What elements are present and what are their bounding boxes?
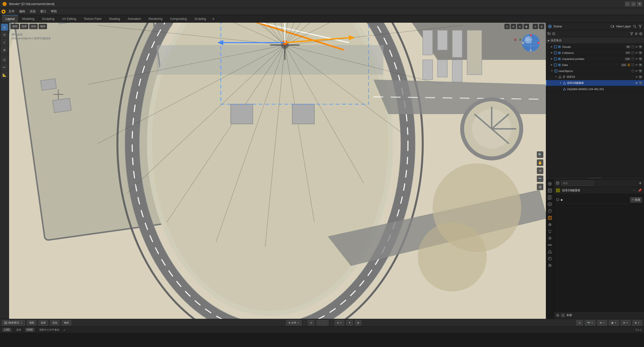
viewport-display-btn[interactable]: ⊛ ▼	[621, 320, 630, 326]
prop-expand-button[interactable]: ↔	[633, 189, 635, 192]
tab-layout[interactable]: Layout	[2, 15, 18, 22]
menu-file[interactable]: 文件	[7, 9, 17, 14]
close-button[interactable]: ✕	[637, 2, 642, 7]
menu-help[interactable]: 帮助	[49, 9, 59, 14]
mode-selector[interactable]: 物体模式 ▼	[2, 320, 25, 326]
tree-data-checkbox[interactable]: ✓	[631, 63, 634, 66]
tab-shading[interactable]: Shading	[105, 15, 124, 22]
prop-object-data-btn[interactable]	[547, 249, 553, 255]
viewport[interactable]: 视图 选择 添加 物体 ⊡ ⊛ ◎ ◉	[9, 23, 546, 319]
tree-col-render[interactable]: 📷	[639, 51, 642, 54]
menu-edit[interactable]: 编辑	[17, 9, 27, 14]
navigation-gizmo[interactable]	[521, 33, 541, 53]
maximize-button[interactable]: □	[631, 2, 636, 7]
tab-rendering[interactable]: Rendering	[145, 15, 166, 22]
viewport-camera[interactable]: 📷	[537, 176, 543, 182]
tree-unp-render[interactable]: 📷	[639, 57, 642, 60]
tree-data-render[interactable]: 📷	[639, 63, 642, 66]
tree-unp-eye[interactable]: 👁	[635, 57, 638, 60]
tree-data-eye[interactable]: 👁	[635, 63, 638, 66]
pivot-selector[interactable]: ⊡ ▼	[335, 320, 344, 326]
tree-item-dongche03-body[interactable]: ▼ 动车03碰撞体 👁 📷	[546, 80, 644, 86]
tree-unp-checkbox[interactable]: ✓	[631, 57, 634, 60]
viewport-shading-btn[interactable]: ◉ ▼	[609, 320, 619, 326]
sidebar-item-measure[interactable]: 📐	[1, 71, 8, 78]
tree-item-data[interactable]: ▶ Data 114 2 ✓ 👁 📷	[546, 62, 644, 68]
tree-item-unpacked[interactable]: ▶ Unpacked prefabs 276 ✓ 👁 📷	[546, 56, 644, 62]
tab-texture-paint[interactable]: Texture Paint	[80, 15, 105, 22]
menu-render[interactable]: 渲染	[28, 9, 38, 14]
proportional-toggle[interactable]: ⊙	[308, 320, 314, 326]
viewport-pan[interactable]: ✋	[537, 159, 543, 166]
prop-material-btn[interactable]	[547, 255, 553, 262]
tree-col-eye[interactable]: 👁	[635, 51, 638, 54]
properties-search-input[interactable]	[561, 181, 594, 186]
tree-vis-checkbox[interactable]: ✓	[631, 45, 634, 48]
tab-compositing[interactable]: Compositing	[167, 15, 191, 22]
snap-toggle[interactable]: ⊕ 全局 ▼	[286, 320, 301, 326]
minimize-button[interactable]: ─	[625, 2, 630, 7]
tree-new-eye[interactable]: 👁	[635, 70, 638, 73]
prop-world-btn[interactable]	[547, 208, 553, 214]
viewport-extra-btn[interactable]: ⊗ ▼	[632, 320, 642, 326]
prop-modifier-btn[interactable]	[547, 221, 553, 228]
tree-dcb-eye[interactable]: 👁	[635, 82, 638, 85]
proportional-options[interactable]: ⋮⋮⋮	[316, 320, 328, 326]
viewport-object-menu[interactable]: 物体	[62, 320, 71, 326]
viewport-shading-material[interactable]: ◎	[517, 24, 523, 29]
viewport-select-menu[interactable]: 选择	[39, 320, 48, 326]
prop-shader-btn[interactable]	[547, 262, 553, 269]
viewport-menu-add[interactable]: 添加	[29, 24, 38, 29]
tab-modeling[interactable]: Modeling	[19, 15, 38, 22]
sidebar-item-transform[interactable]: ⊕	[1, 46, 8, 53]
outliner-render-icon[interactable]	[639, 32, 642, 36]
viewport-overlay-toggle[interactable]: ⊙	[533, 24, 538, 29]
search-icon[interactable]	[633, 25, 636, 28]
prop-view-layer-btn[interactable]	[547, 194, 553, 201]
tree-item-obj3d66[interactable]: Obj3d66-660952-244-461.001	[546, 86, 644, 92]
viewport-shading-solid[interactable]: ⊛	[511, 24, 516, 29]
viewport-add-menu[interactable]: 添加	[50, 320, 60, 326]
viewport-orbit[interactable]: ↺	[537, 167, 543, 174]
tree-col-checkbox[interactable]: ✓	[631, 51, 634, 54]
prop-constraints-btn[interactable]	[547, 242, 553, 248]
sidebar-item-rotate[interactable]: ↺	[1, 31, 8, 38]
tree-item-collisions[interactable]: ▶ Collisions 244 ✓ 👁 📷	[546, 50, 644, 56]
viewport-camera-btn[interactable]: 📷 ▼	[585, 320, 595, 326]
tree-new-checkbox[interactable]: ✓	[631, 70, 634, 73]
viewport-nav-btn[interactable]: ⊙	[576, 320, 583, 326]
viewport-menu-select[interactable]: 选择	[20, 24, 28, 29]
sidebar-item-scale[interactable]: ⤢	[1, 39, 8, 46]
tree-item-dongche03[interactable]: ▼ 动车03 👁 📷	[546, 74, 644, 80]
tree-dc-eye[interactable]: 👁	[635, 76, 638, 79]
add-workspace-button[interactable]: +	[210, 15, 216, 22]
tab-uv-editing[interactable]: UV Editing	[58, 15, 80, 22]
expand-icon[interactable]	[638, 181, 642, 185]
viewport-shading-wireframe[interactable]: ⊡	[504, 24, 510, 29]
toolbar-extra2[interactable]: ⊞	[355, 320, 361, 326]
tree-vis-eye[interactable]: 👁	[635, 45, 638, 48]
viewport-menu-object[interactable]: 物体	[39, 24, 47, 29]
scene-selector[interactable]: Scene	[548, 24, 562, 28]
tab-scripting[interactable]: Scripting	[191, 15, 210, 22]
prop-pin-button[interactable]: 📌	[637, 188, 642, 193]
viewport-overlay-btn[interactable]: ⊚ ▼	[597, 320, 607, 326]
tree-dcb-render[interactable]: 📷	[639, 82, 642, 85]
prop-scene-btn[interactable]	[547, 181, 553, 187]
filter-icon[interactable]	[638, 25, 642, 28]
toolbar-extra1[interactable]: ✦	[346, 320, 353, 326]
menu-window[interactable]: 窗口	[38, 9, 48, 14]
sidebar-item-move[interactable]: ⊹	[1, 24, 8, 31]
tree-item-newobjects[interactable]: ▼ newObjects ✓ 👁 📷	[546, 68, 644, 74]
resize-handle[interactable]	[546, 177, 644, 179]
tree-item-visuals[interactable]: ▶ Visuals 30 ✓ 👁 📷	[546, 44, 644, 50]
add-modifier-button[interactable]: + 新建	[630, 197, 642, 202]
tab-sculpting[interactable]: Sculpting	[39, 15, 58, 22]
sidebar-item-cursor[interactable]: ⊙	[1, 56, 8, 63]
add-button-small[interactable]: +	[561, 313, 565, 317]
tree-new-render[interactable]: 📷	[639, 70, 642, 73]
outliner-filter-icon[interactable]	[630, 32, 633, 36]
viewport-view-menu[interactable]: 视图	[27, 320, 36, 326]
outliner-vis-icon[interactable]	[634, 32, 638, 36]
tree-dc-render[interactable]: 📷	[639, 76, 642, 79]
